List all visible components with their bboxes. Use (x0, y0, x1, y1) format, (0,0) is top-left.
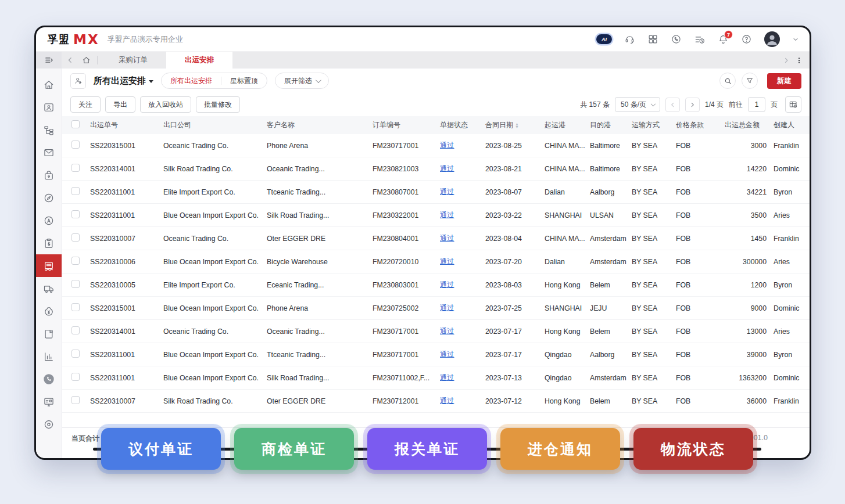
table-row[interactable]: SS220315001 Blue Ocean Import Export Co.… (62, 297, 810, 320)
status-link[interactable]: 通过 (440, 327, 454, 335)
row-checkbox[interactable] (71, 210, 80, 218)
expand-filter-button[interactable]: 展开筛选 (275, 73, 329, 89)
flow-button-inspection-docs[interactable]: 商检单证 (234, 428, 354, 470)
batch-edit-button[interactable]: 批量修改 (196, 96, 240, 113)
status-link[interactable]: 通过 (440, 211, 454, 219)
sidebar-item-reports-barchart[interactable] (36, 345, 62, 368)
flow-button-customs-docs[interactable]: 报关单证 (367, 428, 487, 470)
whatsapp-icon[interactable] (671, 34, 682, 45)
table-header-cell[interactable]: 单据状态 (436, 120, 482, 130)
select-all-checkbox[interactable] (71, 120, 80, 128)
flow-button-warehouse-notice[interactable]: 进仓通知 (500, 428, 620, 470)
prev-page-button[interactable] (665, 98, 680, 112)
table-header-cell[interactable]: 目的港 (586, 120, 628, 130)
search-icon[interactable] (719, 73, 736, 89)
next-page-button[interactable] (685, 98, 700, 112)
table-row[interactable]: SS220315001 Oceanic Trading Co. Phone Ar… (62, 134, 810, 157)
table-header-cell[interactable]: 创建人 (770, 120, 810, 130)
status-link[interactable]: 通过 (440, 350, 454, 358)
headset-support-icon[interactable] (624, 34, 635, 45)
row-checkbox[interactable] (71, 326, 80, 334)
page-size-select[interactable]: 50 条/页 (615, 97, 660, 112)
status-link[interactable]: 通过 (440, 304, 454, 312)
nav-home-icon[interactable] (78, 52, 95, 69)
row-checkbox[interactable] (71, 280, 80, 288)
tab-purchase-orders[interactable]: 采购订单 (100, 52, 166, 69)
flow-button-logistics-status[interactable]: 物流状态 (633, 428, 753, 470)
follow-button[interactable]: 关注 (70, 96, 101, 113)
sidebar-item-marketing-a[interactable] (36, 209, 62, 232)
sidebar-item-mail[interactable] (36, 141, 62, 164)
sidebar-item-settings-gear[interactable] (36, 413, 62, 435)
row-checkbox[interactable] (71, 373, 80, 381)
row-checkbox[interactable] (71, 350, 80, 358)
tab-scroll-right-icon[interactable] (783, 57, 790, 64)
row-checkbox[interactable] (71, 233, 80, 242)
recycle-bin-button[interactable]: 放入回收站 (140, 96, 191, 113)
table-header-cell[interactable]: 运输方式 (628, 120, 672, 130)
status-link[interactable]: 通过 (440, 280, 454, 289)
export-button[interactable]: 导出 (105, 96, 135, 113)
status-link[interactable]: 通过 (440, 234, 454, 242)
table-row[interactable]: SS220310007 Silk Road Trading Co. Oter E… (62, 390, 810, 413)
sidebar-item-ledger-book[interactable] (36, 322, 62, 345)
view-title-dropdown[interactable]: 所有出运安排 (94, 75, 153, 87)
user-avatar[interactable] (764, 31, 780, 47)
sidebar-item-finance-moneybag[interactable] (36, 300, 62, 322)
flow-button-negotiation-docs[interactable]: 议付单证 (101, 428, 221, 470)
sidebar-item-orders-clipboard[interactable] (36, 232, 62, 254)
row-checkbox[interactable] (71, 396, 80, 404)
table-row[interactable]: SS220311001 Blue Ocean Import Export Co.… (62, 343, 810, 366)
sidebar-item-org-structure[interactable] (36, 118, 62, 141)
sidebar-item-logistics-truck[interactable] (36, 277, 62, 300)
status-link[interactable]: 通过 (440, 164, 454, 172)
sidebar-item-shipping-active[interactable] (36, 254, 62, 277)
tab-shipping-arrangement[interactable]: 出运安排 (166, 52, 232, 69)
row-checkbox[interactable] (71, 187, 80, 195)
table-row[interactable]: SS220311001 Elite Import Export Co. Ttce… (62, 181, 810, 204)
nav-back-icon[interactable] (62, 52, 78, 69)
notifications-bell-icon[interactable]: 7 (718, 34, 729, 45)
quick-filter-starred[interactable]: 星标置顶 (221, 73, 267, 88)
table-row[interactable]: SS220311001 Blue Ocean Import Export Co.… (62, 204, 810, 227)
table-header-cell[interactable]: 订单编号 (369, 120, 436, 130)
filter-funnel-icon[interactable] (742, 73, 758, 89)
table-row[interactable]: SS220310006 Blue Ocean Import Export Co.… (62, 250, 810, 273)
tab-menu-kebab-icon[interactable] (796, 56, 803, 64)
owner-filter-icon[interactable] (70, 73, 86, 89)
status-link[interactable]: 通过 (440, 373, 454, 381)
status-link[interactable]: 通过 (440, 188, 454, 196)
goto-page-input[interactable] (748, 97, 765, 112)
quick-filter-all[interactable]: 所有出运安排 (162, 73, 221, 88)
profile-chevron-down-icon[interactable] (792, 36, 799, 43)
sidebar-item-products-bag[interactable] (36, 164, 62, 186)
sidebar-item-workbench-monitor[interactable] (36, 390, 62, 413)
row-checkbox[interactable] (71, 164, 80, 172)
table-header-cell[interactable]: 客户名称 (263, 120, 369, 130)
sidebar-item-home[interactable] (36, 73, 62, 96)
row-checkbox[interactable] (71, 257, 80, 265)
table-header-cell[interactable]: 出口公司 (160, 120, 263, 130)
table-row[interactable]: SS220314001 Silk Road Trading Co. Oceani… (62, 157, 810, 181)
table-header-cell[interactable]: 价格条款 (672, 120, 719, 130)
status-link[interactable]: 通过 (440, 257, 454, 265)
task-list-icon[interactable] (694, 34, 706, 45)
sidebar-item-contacts[interactable] (36, 96, 62, 118)
table-row[interactable]: SS220310007 Oceanic Trading Co. Oter EGG… (62, 227, 810, 250)
create-new-button[interactable]: 新建 (767, 73, 801, 89)
row-checkbox[interactable] (71, 141, 80, 149)
table-row[interactable]: SS220314001 Oceanic Trading Co. Oceanic … (62, 320, 810, 343)
status-link[interactable]: 通过 (440, 141, 454, 149)
table-header-cell[interactable]: 出运单号 (87, 120, 160, 130)
status-link[interactable]: 通过 (440, 397, 454, 405)
table-header-cell[interactable]: 起运港 (541, 120, 586, 130)
table-header-cell[interactable]: 出运总金额 (719, 120, 770, 130)
table-header-cell[interactable]: 合同日期▲▼ (482, 120, 541, 130)
table-row[interactable]: SS220311001 Blue Ocean Import Export Co.… (62, 366, 810, 390)
column-settings-icon[interactable] (785, 96, 801, 113)
row-checkbox[interactable] (71, 303, 80, 311)
sidebar-collapse-icon[interactable] (36, 52, 62, 69)
ai-assistant-button[interactable]: AI (596, 34, 612, 44)
table-row[interactable]: SS220310005 Elite Import Export Co. Ecea… (62, 273, 810, 297)
sidebar-item-whatsapp[interactable] (36, 368, 62, 390)
